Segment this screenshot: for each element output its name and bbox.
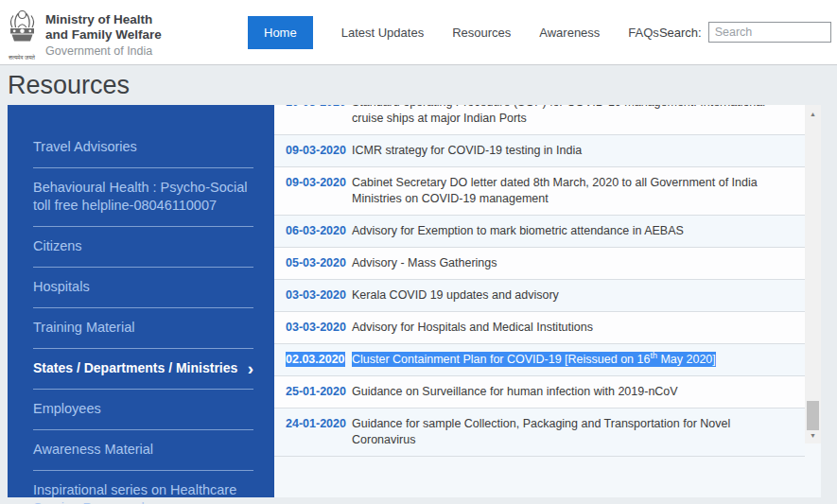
site-logo[interactable]: सत्यमेव जयते Ministry of Health and Fami…	[6, 4, 238, 61]
resource-date: 03-03-2020	[286, 320, 352, 336]
resource-link[interactable]: Advisory for Hospitals and Medical Insti…	[352, 320, 795, 336]
resource-date-text: 03-03-2020	[286, 321, 346, 334]
page-title: Resources	[0, 65, 837, 105]
sidebar-item[interactable]: Hospitals	[33, 268, 253, 308]
resource-link[interactable]: Advisory - Mass Gatherings	[352, 255, 795, 271]
resource-link[interactable]: Guidance for sample Collection, Packagin…	[352, 416, 795, 448]
nav-item-awareness[interactable]: Awareness	[539, 26, 600, 40]
emblem-of-india-icon: सत्यमेव जयते	[6, 4, 38, 61]
site-header: सत्यमेव जयते Ministry of Health and Fami…	[0, 0, 837, 65]
sidebar-item[interactable]: Training Material	[33, 308, 253, 349]
resources-sidebar: Travel AdvisoriesBehavioural Health : Ps…	[8, 105, 274, 497]
sidebar-item-label: States / Departments / Ministries	[33, 360, 237, 375]
search-group: Search: ↓ ↑	[659, 21, 837, 43]
resource-row: 24-01-2020Guidance for sample Collection…	[274, 408, 805, 457]
resource-row: 09-03-2020ICMR strategy for COVID-19 tes…	[274, 135, 805, 167]
resource-title-text: Advisory for Exemption to mark biometric…	[352, 224, 684, 237]
resource-title-text: Standard operating Procedure (SOP) for C…	[352, 105, 765, 125]
scrollbar-track[interactable]: ▲ ▼	[805, 105, 821, 443]
emblem-motto: सत्यमेव जयते	[6, 55, 38, 61]
sidebar-item-label: Awareness Material	[33, 442, 153, 457]
resource-date: 24-01-2020	[286, 416, 352, 448]
government-line: Government of India	[45, 44, 162, 59]
resource-row: 03-03-2020Kerala COVID 19 updates and ad…	[274, 280, 805, 312]
sidebar-item[interactable]: Behavioural Health : Psycho-Social toll …	[33, 168, 253, 227]
search-input[interactable]	[708, 22, 831, 43]
sidebar-item-label: Travel Advisories	[33, 139, 137, 154]
resource-title-text: ICMR strategy for COVID-19 testing in In…	[352, 144, 582, 157]
content-area: Travel AdvisoriesBehavioural Health : Ps…	[8, 105, 821, 497]
resource-date-text: 25-01-2020	[286, 385, 346, 398]
nav-item-resources[interactable]: Resources	[452, 26, 511, 40]
resource-date-text: 03-03-2020	[286, 288, 346, 302]
resource-link[interactable]: Kerala COVID 19 updates and advisory	[352, 287, 795, 304]
resource-row: 09-03-2020Cabinet Secretary DO letter da…	[274, 167, 805, 216]
scrollbar-up-icon[interactable]: ▲	[805, 107, 821, 120]
resource-title-text: Guidance for sample Collection, Packagin…	[352, 417, 730, 446]
resource-date-text: 05-03-2020	[286, 256, 346, 269]
resource-date-text: 06-03-2020	[286, 224, 346, 237]
sidebar-item[interactable]: Awareness Material	[33, 430, 253, 471]
resource-date: 06-03-2020	[286, 223, 352, 239]
resource-title-text: Advisory - Mass Gatherings	[352, 256, 497, 269]
resource-date-text: 24-01-2020	[286, 417, 346, 430]
sidebar-list: Travel AdvisoriesBehavioural Health : Ps…	[8, 105, 274, 504]
resource-link[interactable]: Cabinet Secretary DO letter dated 8th Ma…	[352, 175, 795, 207]
scrollbar-thumb[interactable]	[807, 401, 819, 430]
search-label: Search:	[659, 26, 702, 40]
resource-panel: 10-03-2020Standard operating Procedure (…	[274, 105, 821, 497]
chevron-right-icon: ›	[248, 359, 253, 377]
resource-link[interactable]: Advisory for Exemption to mark biometric…	[352, 223, 795, 239]
resource-list: 10-03-2020Standard operating Procedure (…	[274, 105, 805, 457]
nav-item-faqs[interactable]: FAQs	[628, 26, 659, 40]
resource-date: 03-03-2020	[286, 287, 352, 304]
resource-date-text: 10-03-2020	[286, 105, 346, 109]
resource-title-text: Guidance on Surveillance for human infec…	[352, 385, 678, 398]
ministry-name-line2: and Family Welfare	[45, 27, 162, 43]
main-nav: HomeLatest UpdatesResourcesAwarenessFAQs	[248, 16, 659, 49]
resource-title-text: Advisory for Hospitals and Medical Insti…	[352, 321, 593, 334]
sidebar-item[interactable]: Citizens	[33, 227, 253, 268]
resource-link[interactable]: Standard operating Procedure (SOP) for C…	[352, 105, 795, 127]
resource-link[interactable]: Guidance on Surveillance for human infec…	[352, 384, 795, 400]
sidebar-item[interactable]: States / Departments / Ministries›	[33, 349, 253, 390]
resource-row: 02.03.2020Cluster Containment Plan for C…	[274, 344, 805, 376]
sidebar-item-label: Hospitals	[33, 279, 90, 294]
ministry-name-line1: Ministry of Health	[45, 12, 162, 27]
resource-row: 10-03-2020Standard operating Procedure (…	[274, 105, 805, 135]
resource-date: 25-01-2020	[286, 384, 352, 400]
ashoka-lions-icon	[7, 8, 38, 51]
sidebar-item[interactable]: Travel Advisories	[33, 128, 253, 168]
sidebar-item-label: Employees	[33, 401, 101, 416]
sidebar-item[interactable]: Inspirational series on Healthcare Servi…	[33, 471, 253, 504]
resource-date: 02.03.2020	[286, 352, 352, 368]
resource-title-text: Kerala COVID 19 updates and advisory	[352, 288, 559, 302]
nav-item-latest-updates[interactable]: Latest Updates	[341, 26, 424, 40]
resource-link[interactable]: ICMR strategy for COVID-19 testing in In…	[352, 143, 795, 159]
resource-title-text: Cabinet Secretary DO letter dated 8th Ma…	[352, 176, 758, 205]
sidebar-item-label: Inspirational series on Healthcare Servi…	[33, 482, 236, 504]
resource-date: 09-03-2020	[286, 175, 352, 207]
sidebar-item-label: Training Material	[33, 320, 134, 335]
resource-date: 05-03-2020	[286, 255, 352, 271]
resource-row: 06-03-2020Advisory for Exemption to mark…	[274, 216, 805, 248]
resource-date: 09-03-2020	[286, 143, 352, 159]
resource-row: 03-03-2020Advisory for Hospitals and Med…	[274, 312, 805, 344]
resource-link[interactable]: Cluster Containment Plan for COVID-19 [R…	[352, 352, 795, 368]
resource-date-text: 09-03-2020	[286, 176, 346, 189]
resource-date-text: 09-03-2020	[286, 144, 346, 157]
scrollbar-down-icon[interactable]: ▼	[805, 428, 821, 442]
resource-row: 05-03-2020Advisory - Mass Gatherings	[274, 248, 805, 280]
resource-date: 10-03-2020	[286, 105, 352, 127]
sidebar-item-label: Citizens	[33, 238, 82, 253]
resource-title-text: Cluster Containment Plan for COVID-19 [R…	[352, 353, 716, 366]
resource-date-text: 02.03.2020	[286, 353, 345, 366]
sidebar-item-label: Behavioural Health : Psycho-Social toll …	[33, 180, 247, 213]
resource-row: 25-01-2020Guidance on Surveillance for h…	[274, 376, 805, 408]
nav-item-home[interactable]: Home	[248, 16, 313, 49]
sidebar-item[interactable]: Employees	[33, 390, 253, 430]
